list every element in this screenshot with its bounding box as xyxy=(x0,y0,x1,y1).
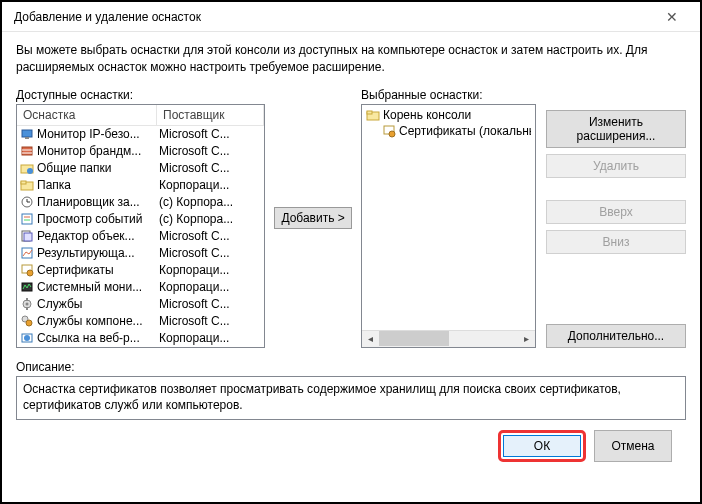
snapin-vendor: Корпораци... xyxy=(159,280,261,294)
up-button: Вверх xyxy=(546,200,686,224)
description-text: Оснастка сертификатов позволяет просматр… xyxy=(16,376,686,420)
snapin-name: Редактор объек... xyxy=(37,229,159,243)
description-label: Описание: xyxy=(16,360,686,374)
snapin-vendor: Корпораци... xyxy=(159,331,261,345)
snapin-name: Службы xyxy=(37,297,159,311)
snapin-name: Просмотр событий xyxy=(37,212,159,226)
content-area: Вы можете выбрать оснастки для этой конс… xyxy=(2,32,700,472)
snapin-name: Планировщик за... xyxy=(37,195,159,209)
list-item[interactable]: Монитор IP-безо...Microsoft C... xyxy=(17,126,264,143)
snapin-name: Ссылка на веб-р... xyxy=(37,331,159,345)
col-vendor[interactable]: Поставщик xyxy=(157,105,264,125)
list-item[interactable]: Планировщик за...(c) Корпора... xyxy=(17,194,264,211)
right-button-column: Изменить расширения... Удалить Вверх Вни… xyxy=(546,88,686,348)
tree-root-label: Корень консоли xyxy=(383,108,471,122)
snapin-vendor: Microsoft C... xyxy=(159,229,261,243)
results-icon xyxy=(20,246,34,260)
folder-icon xyxy=(20,178,34,192)
snapin-vendor: Microsoft C... xyxy=(159,144,261,158)
svg-point-32 xyxy=(389,131,395,137)
folder-share-icon xyxy=(20,161,34,175)
cert-icon xyxy=(20,263,34,277)
svg-rect-23 xyxy=(26,298,28,301)
footer-buttons: ОК Отмена xyxy=(16,420,686,462)
remove-button: Удалить xyxy=(546,154,686,178)
ok-highlight: ОК xyxy=(498,430,586,462)
clock-icon xyxy=(20,195,34,209)
snapin-vendor: Microsoft C... xyxy=(159,161,261,175)
svg-rect-1 xyxy=(25,137,29,139)
list-item[interactable]: Общие папкиMicrosoft C... xyxy=(17,160,264,177)
middle-panel: Добавить > xyxy=(265,88,361,348)
monitor-icon xyxy=(20,127,34,141)
svg-rect-12 xyxy=(22,214,32,224)
list-item[interactable]: Монитор брандм...Microsoft C... xyxy=(17,143,264,160)
sysmon-icon xyxy=(20,280,34,294)
svg-rect-30 xyxy=(367,111,372,114)
svg-rect-8 xyxy=(21,181,26,184)
snapin-name: Монитор брандм... xyxy=(37,144,159,158)
snapin-name: Общие папки xyxy=(37,161,159,175)
list-item[interactable]: Редактор объек...Microsoft C... xyxy=(17,228,264,245)
snapin-vendor: Корпораци... xyxy=(159,263,261,277)
scroll-left-icon[interactable]: ◂ xyxy=(362,331,379,346)
available-label: Доступные оснастки: xyxy=(16,88,265,102)
listview-header: Оснастка Поставщик xyxy=(17,105,264,126)
scroll-right-icon[interactable]: ▸ xyxy=(518,331,535,346)
close-icon[interactable]: ✕ xyxy=(652,3,692,31)
cancel-button[interactable]: Отмена xyxy=(594,430,672,462)
down-button: Вниз xyxy=(546,230,686,254)
selected-label: Выбранные оснастки: xyxy=(361,88,536,102)
tree-child-label: Сертификаты (локальный ко xyxy=(399,124,531,138)
list-item[interactable]: СлужбыMicrosoft C... xyxy=(17,296,264,313)
advanced-button[interactable]: Дополнительно... xyxy=(546,324,686,348)
add-button[interactable]: Добавить > xyxy=(274,207,351,229)
selected-tree[interactable]: Корень консоли Сертификаты (локальный ко… xyxy=(361,104,536,348)
ok-button[interactable]: ОК xyxy=(503,435,581,457)
tree-child[interactable]: Сертификаты (локальный ко xyxy=(364,123,533,139)
available-panel: Доступные оснастки: Оснастка Поставщик М… xyxy=(16,88,265,348)
titlebar: Добавление и удаление оснасток ✕ xyxy=(2,2,700,32)
snapin-vendor: Microsoft C... xyxy=(159,297,261,311)
svg-rect-16 xyxy=(24,233,32,241)
list-item[interactable]: Просмотр событий(c) Корпора... xyxy=(17,211,264,228)
folder-icon xyxy=(366,108,380,122)
snapin-name: Сертификаты xyxy=(37,263,159,277)
snapin-vendor: Корпораци... xyxy=(159,178,261,192)
list-item[interactable]: СертификатыКорпораци... xyxy=(17,262,264,279)
snapin-vendor: Microsoft C... xyxy=(159,246,261,260)
snapin-name: Службы компоне... xyxy=(37,314,159,328)
snapin-vendor: Microsoft C... xyxy=(159,314,261,328)
right-panel: Выбранные оснастки: Корень консоли xyxy=(361,88,686,348)
list-item[interactable]: Системный мони...Корпораци... xyxy=(17,279,264,296)
list-item[interactable]: Ссылка на веб-р...Корпораци... xyxy=(17,330,264,346)
intro-text: Вы можете выбрать оснастки для этой конс… xyxy=(16,42,686,76)
services-icon xyxy=(20,297,34,311)
listview-body[interactable]: Монитор IP-безо...Microsoft C...Монитор … xyxy=(17,126,264,346)
firewall-icon xyxy=(20,144,34,158)
snapin-vendor: (c) Корпора... xyxy=(159,195,261,209)
description-section: Описание: Оснастка сертификатов позволяе… xyxy=(16,360,686,420)
horizontal-scrollbar[interactable]: ◂ ▸ xyxy=(362,330,535,347)
selected-wrap: Выбранные оснастки: Корень консоли xyxy=(361,88,536,348)
list-item[interactable]: ПапкаКорпораци... xyxy=(17,177,264,194)
window-title: Добавление и удаление оснасток xyxy=(14,10,201,24)
snapin-vendor: (c) Корпора... xyxy=(159,212,261,226)
snapin-name: Папка xyxy=(37,178,159,192)
col-snapin[interactable]: Оснастка xyxy=(17,105,157,125)
svg-rect-24 xyxy=(26,307,28,310)
svg-rect-0 xyxy=(22,130,32,137)
tree-root[interactable]: Корень консоли xyxy=(364,107,533,123)
web-link-icon xyxy=(20,331,34,345)
available-listview[interactable]: Оснастка Поставщик Монитор IP-безо...Mic… xyxy=(16,104,265,348)
snapin-vendor: Microsoft C... xyxy=(159,127,261,141)
snapin-name: Монитор IP-безо... xyxy=(37,127,159,141)
snapin-name: Результирующа... xyxy=(37,246,159,260)
cert-icon xyxy=(382,124,396,138)
list-item[interactable]: Результирующа...Microsoft C... xyxy=(17,245,264,262)
svg-rect-2 xyxy=(22,147,32,155)
edit-extensions-button[interactable]: Изменить расширения... xyxy=(546,110,686,148)
svg-point-28 xyxy=(24,335,30,341)
events-icon xyxy=(20,212,34,226)
list-item[interactable]: Службы компоне...Microsoft C... xyxy=(17,313,264,330)
